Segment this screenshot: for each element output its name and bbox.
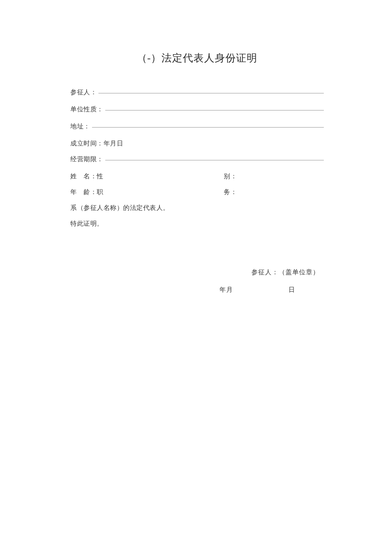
- establish-date-field: 成立时间：年月日: [70, 139, 324, 148]
- position-field: 务：: [224, 188, 237, 196]
- business-period-underline: [105, 160, 324, 160]
- age-position-row: 年 龄：职 务：: [70, 188, 324, 196]
- name-field: 姓 名：性: [70, 172, 224, 180]
- statement-line: 系（参征人名称）的法定代表人。: [70, 204, 324, 212]
- unit-nature-label: 单位性质：: [70, 105, 104, 113]
- participant-field: 参征人：: [70, 88, 324, 98]
- business-period-label: 经营期限：: [70, 155, 104, 163]
- age-value: 职: [97, 189, 104, 195]
- certification-line: 特此证明。: [70, 220, 324, 228]
- establish-date-label: 成立时间：: [70, 140, 104, 147]
- gender-field: 别：: [224, 172, 237, 180]
- signature-block: 参征人：（盖单位章） 年月 日: [70, 268, 324, 294]
- name-gender-row: 姓 名：性 别：: [70, 172, 324, 180]
- address-underline: [92, 127, 324, 128]
- age-field: 年 龄：职: [70, 188, 224, 196]
- unit-nature-field: 单位性质：: [70, 105, 324, 115]
- establish-date-value: 年月日: [104, 140, 124, 147]
- document-page: （-）法定代表人身份证明 参征人： 单位性质： 地址： 成立时间：年月日 经营期…: [0, 0, 392, 294]
- signature-participant-label: 参征人：: [251, 269, 279, 276]
- signature-date-ym: 年月: [219, 286, 233, 294]
- signature-date-d: 日: [288, 286, 295, 294]
- address-label: 地址：: [70, 122, 90, 131]
- name-label: 姓 名：: [70, 173, 97, 180]
- position-label: 务：: [224, 189, 237, 195]
- document-title: （-）法定代表人身份证明: [70, 51, 324, 65]
- gender-label: 别：: [224, 173, 237, 180]
- unit-nature-underline: [105, 110, 324, 110]
- business-period-field: 经营期限：: [70, 155, 324, 165]
- signature-seal-text: （盖单位章）: [279, 269, 320, 276]
- name-value: 性: [97, 173, 104, 180]
- age-label: 年 龄：: [70, 189, 97, 195]
- participant-underline: [98, 93, 324, 93]
- participant-label: 参征人：: [70, 88, 97, 96]
- signature-date-line: 年月 日: [70, 286, 324, 294]
- signature-participant-line: 参征人：（盖单位章）: [70, 268, 324, 276]
- address-field: 地址：: [70, 122, 324, 132]
